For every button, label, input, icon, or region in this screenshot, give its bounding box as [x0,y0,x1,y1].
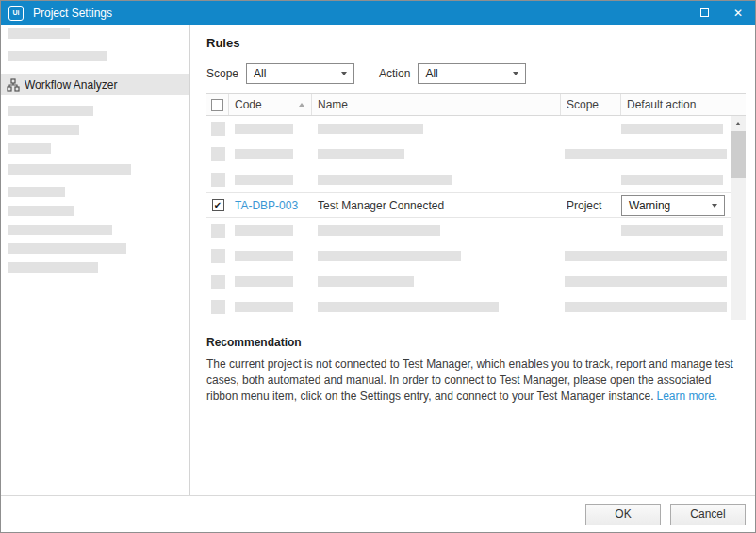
rule-checkbox-redacted[interactable] [211,300,225,314]
redacted-text [565,276,727,287]
default-action-dropdown[interactable]: Warning [621,195,725,216]
page-title: Rules [206,36,239,50]
action-filter-value: All [425,67,437,80]
rule-checkbox-redacted[interactable] [211,275,225,289]
scrollbar-thumb[interactable] [731,131,746,178]
sidebar-item-redacted[interactable] [8,243,126,254]
table-row[interactable] [206,218,731,243]
cancel-button[interactable]: Cancel [670,504,746,525]
column-header-code[interactable]: Code [229,94,312,115]
recommendation-divider [191,325,744,325]
sidebar-item-redacted[interactable] [8,28,70,39]
redacted-text [565,149,727,159]
redacted-text [621,124,723,134]
filter-bar: Scope All Action All [206,63,526,84]
redacted-text [235,175,293,185]
rule-checkbox-redacted[interactable] [211,224,225,238]
table-row[interactable] [206,243,731,269]
sort-ascending-icon [299,103,304,107]
table-row[interactable]: ✔TA-DBP-003Test Manager ConnectedProject… [206,192,731,218]
table-row[interactable] [206,142,731,167]
default-action-value: Warning [629,199,670,212]
action-filter-label: Action [379,67,410,80]
sidebar-item-redacted[interactable] [8,164,131,175]
sidebar-item-workflow-analyzer[interactable]: Workflow Analyzer [1,74,189,95]
scope-filter-dropdown[interactable]: All [246,63,354,84]
rule-code: TA-DBP-003 [229,193,312,217]
scroll-up-icon[interactable] [735,122,741,125]
recommendation-text: The current project is not connected to … [206,357,741,405]
redacted-text [621,175,723,185]
rule-checkbox-redacted[interactable] [211,173,225,187]
recommendation-title: Recommendation [206,336,302,349]
learn-more-link[interactable]: Learn more. [656,390,717,403]
chevron-down-icon [341,72,347,75]
redacted-text [235,276,293,287]
rule-checkbox-redacted[interactable] [211,249,225,263]
table-row[interactable] [206,116,731,142]
column-header-name[interactable]: Name [312,94,561,115]
rule-checkbox-redacted[interactable] [211,122,225,136]
main-content: Rules Scope All Action All Code [191,25,755,496]
table-row[interactable] [206,294,731,320]
maximize-icon [700,8,709,17]
table-row[interactable] [206,167,731,192]
sidebar-item-redacted[interactable] [8,106,93,116]
redacted-text [235,251,293,261]
redacted-text [318,276,414,287]
close-icon: ✕ [733,8,743,19]
sidebar-item-redacted[interactable] [8,51,107,61]
footer: OK Cancel [1,496,755,532]
rule-checkbox-redacted[interactable] [211,147,225,161]
action-filter-dropdown[interactable]: All [418,63,526,84]
redacted-text [235,124,293,134]
redacted-text [318,175,452,185]
window-title: Project Settings [33,7,112,20]
sidebar-item-redacted[interactable] [8,225,112,235]
redacted-text [318,225,440,236]
redacted-text [318,124,423,134]
sidebar-item-label: Workflow Analyzer [25,78,117,92]
uipath-logo-icon: Ui [8,6,24,21]
redacted-text [318,302,499,312]
redacted-text [565,251,727,261]
redacted-text [235,302,293,312]
rules-table: Code Name Scope Default action ✔TA-DBP-0… [206,93,746,320]
ok-button[interactable]: OK [585,504,661,525]
redacted-text [621,225,723,236]
chevron-down-icon [513,72,518,75]
scope-filter-label: Scope [206,67,238,80]
rules-table-header: Code Name Scope Default action [206,93,746,116]
sidebar-item-redacted[interactable] [8,187,65,197]
rule-scope: Project [561,193,621,217]
redacted-text [318,251,461,261]
redacted-text [565,302,727,312]
rule-name: Test Manager Connected [312,193,561,217]
table-scrollbar[interactable] [731,116,746,320]
project-settings-dialog: Ui Project Settings ✕ Workflow Analyzer [0,0,756,533]
sidebar-item-redacted[interactable] [8,125,79,135]
table-row[interactable] [206,269,731,294]
column-header-default-action[interactable]: Default action [621,94,731,115]
column-header-scope[interactable]: Scope [561,94,621,115]
rule-checkbox[interactable]: ✔ [212,199,224,211]
sidebar-item-redacted[interactable] [8,262,98,273]
chevron-down-icon [712,204,717,208]
workflow-analyzer-icon [7,78,20,92]
header-spacer [731,94,746,115]
titlebar[interactable]: Ui Project Settings ✕ [1,1,755,25]
sidebar-item-redacted[interactable] [8,206,74,216]
redacted-text [235,225,293,236]
close-button[interactable]: ✕ [721,1,755,25]
sidebar: Workflow Analyzer [1,25,190,496]
maximize-button[interactable] [687,1,721,25]
redacted-text [318,149,404,159]
rules-table-body: ✔TA-DBP-003Test Manager ConnectedProject… [206,116,731,320]
redacted-text [235,149,293,159]
select-all-checkbox[interactable] [211,99,223,111]
sidebar-item-redacted[interactable] [8,143,51,154]
scope-filter-value: All [254,67,266,80]
